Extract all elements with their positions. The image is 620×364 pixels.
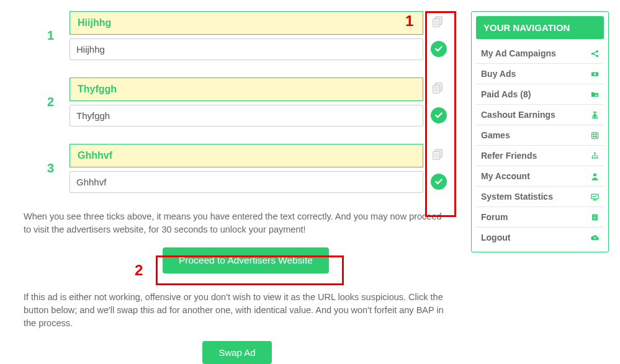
entry-header: Hiijhhg xyxy=(70,11,423,35)
svg-point-30 xyxy=(593,173,596,176)
check-icon xyxy=(431,174,447,190)
copy-icon[interactable] xyxy=(431,81,444,97)
entry-input-2[interactable] xyxy=(70,105,423,127)
svg-point-24 xyxy=(593,136,594,137)
svg-point-23 xyxy=(595,133,596,135)
svg-point-19 xyxy=(593,73,595,74)
svg-rect-26 xyxy=(594,152,596,154)
bag-icon: $ xyxy=(589,110,600,120)
copy-icon[interactable] xyxy=(431,148,444,163)
nav-item-paid-ads[interactable]: Paid Ads (8) xyxy=(476,84,604,104)
entry-header: Ghhhvf xyxy=(70,144,423,167)
check-icon xyxy=(431,107,447,123)
svg-point-22 xyxy=(593,133,594,135)
svg-point-25 xyxy=(595,136,596,137)
nav-item-buy-ads[interactable]: Buy Ads xyxy=(476,63,604,84)
nav-item-stats[interactable]: System Statistics xyxy=(476,186,604,206)
captcha-entry-3: 3 Ghhhvf xyxy=(24,144,458,193)
svg-rect-21 xyxy=(591,132,598,138)
nav-label: My Account xyxy=(481,171,530,181)
folder-icon xyxy=(589,90,600,99)
entry-input-3[interactable] xyxy=(70,171,423,193)
nav-label: Refer Friends xyxy=(481,151,537,161)
nav-item-forum[interactable]: Forum xyxy=(476,206,604,227)
captcha-entry-2: 2 Thyfggh xyxy=(24,78,458,127)
svg-rect-27 xyxy=(591,157,593,159)
check-icon xyxy=(431,41,447,57)
dice-icon xyxy=(589,131,600,140)
nav-header: YOUR NAVIGATION xyxy=(476,16,604,39)
tree-icon xyxy=(589,151,600,161)
nav-item-account[interactable]: My Account xyxy=(476,166,604,186)
entry-number: 1 xyxy=(47,29,54,43)
nav-label: Buy Ads xyxy=(481,69,516,79)
swap-instructions: If this ad is either not working, offens… xyxy=(24,291,451,330)
nav-label: System Statistics xyxy=(481,192,553,202)
chart-icon xyxy=(589,192,600,202)
captcha-entry-1: 1 Hiijhhg xyxy=(24,11,458,60)
nav-label: Logout xyxy=(481,233,510,242)
svg-rect-29 xyxy=(596,157,598,159)
main-content: 1 Hiijhhg 2 Thyfggh 3 xyxy=(24,11,458,364)
nav-label: My Ad Campaigns xyxy=(481,48,556,58)
entry-header: Thyfggh xyxy=(70,78,423,101)
entry-number: 2 xyxy=(47,95,54,109)
nav-label: Paid Ads (8) xyxy=(481,89,531,99)
nav-item-games[interactable]: Games xyxy=(476,125,604,145)
nav-label: Games xyxy=(481,130,510,140)
entry-number: 3 xyxy=(47,161,54,175)
nav-label: Forum xyxy=(481,212,508,222)
proceed-button[interactable]: Proceed to Advertisers Website xyxy=(163,247,329,273)
nav-item-refer[interactable]: Refer Friends xyxy=(476,145,604,166)
sidebar-nav: YOUR NAVIGATION My Ad Campaigns Buy Ads … xyxy=(471,11,609,252)
copy-icon[interactable] xyxy=(431,15,444,30)
user-icon xyxy=(589,172,600,181)
swap-ad-button[interactable]: Swap Ad xyxy=(202,341,271,364)
nav-item-campaigns[interactable]: My Ad Campaigns xyxy=(476,43,604,63)
nav-label: Cashout Earnings xyxy=(481,110,555,120)
nav-title: YOUR NAVIGATION xyxy=(483,22,570,33)
svg-rect-28 xyxy=(594,157,596,159)
proceed-instructions: When you see three ticks above, it means… xyxy=(24,210,451,236)
nav-item-logout[interactable]: Logout xyxy=(476,227,604,247)
entry-input-1[interactable] xyxy=(70,38,423,60)
cloud-up-icon xyxy=(589,233,600,242)
share-icon xyxy=(589,49,600,58)
nav-item-cashout[interactable]: Cashout Earnings $ xyxy=(476,104,604,125)
svg-text:$: $ xyxy=(594,114,596,118)
money-icon xyxy=(589,69,600,79)
book-icon xyxy=(589,213,600,222)
